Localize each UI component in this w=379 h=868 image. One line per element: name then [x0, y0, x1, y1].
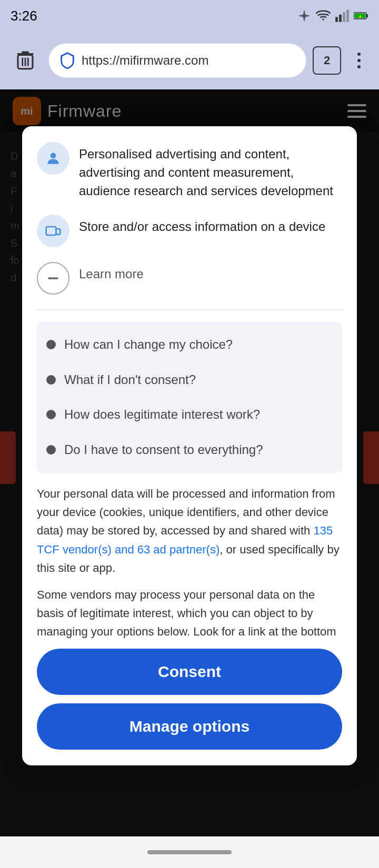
faq-item-3[interactable]: How does legitimate interest work? [46, 397, 333, 432]
faq-question-1: How can I change my choice? [64, 336, 233, 354]
item-personalised-text: Personalised advertising and content, ad… [79, 142, 342, 200]
person-icon-circle [37, 142, 69, 175]
browser-toolbar: https://mifirmware.com 2 [0, 32, 379, 89]
learn-more-text[interactable]: Learn more [79, 262, 342, 284]
status-bar: 3:26 ⚡ [0, 0, 379, 32]
dot3 [357, 65, 361, 68]
status-icons: ⚡ [297, 8, 368, 23]
svg-point-0 [322, 18, 324, 21]
divider [37, 309, 342, 310]
minus-icon [45, 270, 62, 287]
svg-rect-6 [366, 14, 368, 17]
privacy-text-1: Your personal data will be processed and… [37, 485, 342, 577]
faq-item-2[interactable]: What if I don't consent? [46, 362, 333, 398]
wifi-icon [316, 8, 331, 23]
item-learn-more[interactable]: Learn more [37, 262, 342, 295]
url-text: https://mifirmware.com [82, 53, 296, 68]
address-bar[interactable]: https://mifirmware.com [48, 43, 306, 78]
battery-icon: ⚡ [354, 8, 368, 23]
svg-rect-17 [56, 229, 60, 235]
item-personalised-advertising: Personalised advertising and content, ad… [37, 142, 342, 200]
home-indicator[interactable] [147, 850, 232, 854]
svg-rect-2 [339, 15, 342, 22]
consent-button[interactable]: Consent [37, 649, 342, 695]
svg-rect-4 [346, 9, 349, 22]
faq-bullet-4 [46, 445, 56, 455]
svg-rect-1 [335, 17, 338, 22]
svg-text:⚡: ⚡ [358, 14, 363, 19]
diamond-icon [297, 8, 312, 23]
faq-bullet-1 [46, 340, 56, 349]
privacy-text-2: Some vendors may process your personal d… [37, 586, 342, 638]
svg-rect-10 [22, 52, 29, 54]
faq-question-4: Do I have to consent to everything? [64, 441, 263, 459]
faq-section: How can I change my choice? What if I do… [37, 322, 342, 473]
bottom-nav [0, 836, 379, 868]
shield-icon [58, 52, 76, 69]
item-store-text: Store and/or access information on a dev… [79, 215, 342, 236]
device-icon-circle [37, 215, 69, 247]
person-icon [45, 150, 62, 167]
signal-icon [335, 8, 350, 23]
faq-bullet-2 [46, 375, 56, 385]
consent-modal: Personalised advertising and content, ad… [22, 126, 357, 765]
faq-question-2: What if I don't consent? [64, 371, 196, 389]
trash-icon [14, 49, 36, 72]
faq-item-4[interactable]: Do I have to consent to everything? [46, 432, 333, 468]
svg-rect-16 [46, 227, 56, 235]
faq-bullet-3 [46, 410, 56, 419]
svg-point-15 [51, 153, 56, 158]
delete-button[interactable] [8, 44, 42, 77]
manage-options-button[interactable]: Manage options [37, 703, 342, 750]
more-menu-button[interactable] [347, 49, 371, 72]
tab-count[interactable]: 2 [313, 46, 341, 75]
privacy-text-1-before: Your personal data will be processed and… [37, 487, 335, 537]
faq-item-1[interactable]: How can I change my choice? [46, 327, 333, 362]
dot1 [357, 53, 361, 56]
dot2 [357, 59, 361, 62]
minus-icon-circle [37, 262, 69, 295]
status-time: 3:26 [11, 8, 37, 24]
svg-rect-3 [343, 12, 345, 22]
faq-question-3: How does legitimate interest work? [64, 406, 260, 424]
device-icon [45, 223, 62, 239]
item-store-access: Store and/or access information on a dev… [37, 215, 342, 247]
